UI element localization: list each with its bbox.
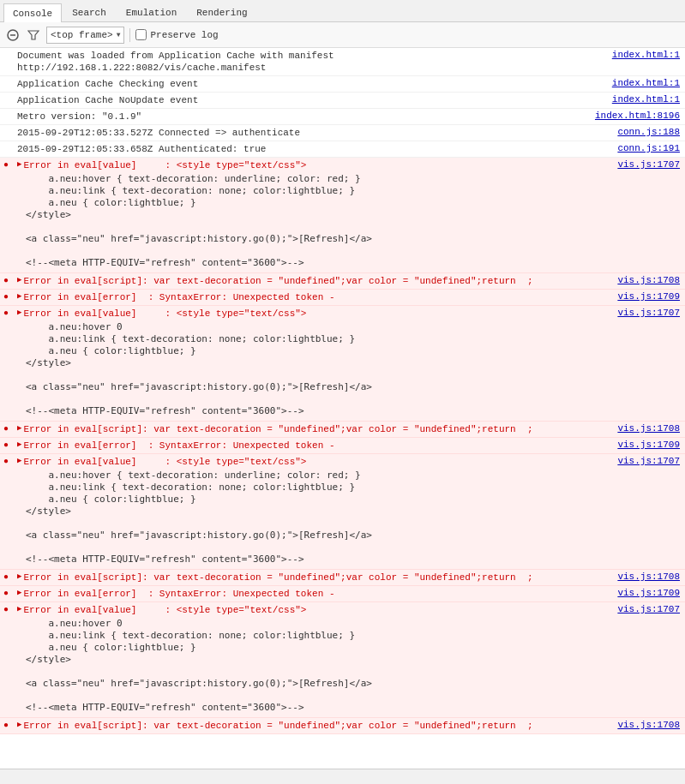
error-block: ●▶Error in eval[error] : SyntaxError: Un… [0,290,685,306]
preserve-log-checkbox[interactable] [135,29,147,40]
error-source[interactable]: vis.js:1708 [617,572,680,582]
error-header: ●▶Error in eval[value] : <style type="te… [0,454,685,470]
expand-arrow[interactable]: ▶ [17,572,21,581]
tab-search[interactable]: Search [63,3,116,21]
error-body: a.neu:hover 0 a.neu:link { text-decorati… [0,321,685,421]
error-text: Error in eval[value] : <style type="text… [23,308,610,320]
error-icon: ● [3,276,9,285]
log-entry: 2015-09-29T12:05:33.527Z Connected => au… [0,125,685,141]
error-text: Error in eval[script]: var text-decorati… [23,572,610,584]
error-icon: ● [3,589,9,598]
log-text: Metro version: "0.1.9" [17,111,588,123]
log-entry: Application Cache Checking eventindex.ht… [0,76,685,93]
error-block: ●▶Error in eval[script]: var text-decora… [0,570,685,586]
error-icon: ● [3,292,9,302]
error-body: a.neu:hover { text-decoration: underline… [0,173,685,272]
error-icon: ● [3,721,9,730]
filter-icon [27,29,39,41]
error-block: ●▶Error in eval[value] : <style type="te… [0,602,685,718]
toolbar: <top frame> ▼ Preserve log [0,22,685,48]
log-source[interactable]: index.html:1 [612,50,680,60]
error-header: ●▶Error in eval[script]: var text-decora… [0,570,685,585]
expand-arrow[interactable]: ▶ [17,588,21,597]
error-icon: ● [3,424,9,434]
error-text: Error in eval[error] : SyntaxError: Unex… [23,588,610,600]
tab-console[interactable]: Console [3,3,62,22]
error-icon: ● [3,457,9,466]
error-text: Error in eval[script]: var text-decorati… [23,423,610,435]
frame-dropdown-arrow: ▼ [117,31,121,39]
log-entry: 2015-09-29T12:05:33.658Z Authenticated: … [0,141,685,158]
error-source[interactable]: vis.js:1707 [617,159,680,170]
error-block: ●▶Error in eval[value] : <style type="te… [0,454,685,570]
error-body: a.neu:hover { text-decoration: underline… [0,470,685,569]
log-entry: Application Cache NoUpdate eventindex.ht… [0,93,685,109]
log-source[interactable]: conn.js:191 [617,143,680,153]
error-source[interactable]: vis.js:1707 [617,456,680,466]
expand-arrow[interactable]: ▶ [17,275,21,284]
expand-arrow[interactable]: ▶ [17,423,21,433]
log-source[interactable]: index.html:1 [612,94,680,105]
error-text: Error in eval[error] : SyntaxError: Unex… [23,440,610,452]
svg-marker-2 [28,31,39,39]
error-source[interactable]: vis.js:1707 [617,604,680,614]
error-header: ●▶Error in eval[value] : <style type="te… [0,602,685,618]
expand-arrow[interactable]: ▶ [17,604,21,613]
log-source[interactable]: conn.js:188 [617,127,680,137]
error-body: a.neu:hover 0 a.neu:link { text-decorati… [0,618,685,717]
error-icon: ● [3,572,9,582]
error-header: ●▶Error in eval[value] : <style type="te… [0,158,685,173]
error-header: ●▶Error in eval[script]: var text-decora… [0,273,685,289]
expand-arrow[interactable]: ▶ [17,440,21,449]
error-source[interactable]: vis.js:1708 [617,720,680,730]
error-text: Error in eval[value] : <style type="text… [23,604,610,616]
expand-arrow[interactable]: ▶ [17,291,21,301]
error-text: Error in eval[error] : SyntaxError: Unex… [23,291,610,303]
error-block: ●▶Error in eval[script]: var text-decora… [0,273,685,290]
error-block: ●▶Error in eval[script]: var text-decora… [0,718,685,734]
filter-button[interactable] [26,27,41,43]
console-area[interactable]: Document was loaded from Application Cac… [0,48,685,769]
error-icon: ● [3,308,9,318]
error-source[interactable]: vis.js:1708 [617,423,680,434]
expand-arrow[interactable]: ▶ [17,720,21,729]
error-source[interactable]: vis.js:1709 [617,588,680,598]
log-text: 2015-09-29T12:05:33.658Z Authenticated: … [17,143,610,155]
error-block: ●▶Error in eval[error] : SyntaxError: Un… [0,438,685,454]
log-source[interactable]: index.html:8196 [595,111,680,121]
error-icon: ● [3,605,9,614]
error-header: ●▶Error in eval[error] : SyntaxError: Un… [0,586,685,601]
error-source[interactable]: vis.js:1708 [617,275,680,285]
error-text: Error in eval[script]: var text-decorati… [23,720,610,732]
error-header: ●▶Error in eval[script]: var text-decora… [0,422,685,437]
error-icon: ● [3,160,9,170]
clear-button[interactable] [5,27,21,43]
error-header: ●▶Error in eval[error] : SyntaxError: Un… [0,438,685,453]
error-icon: ● [3,440,9,450]
error-text: Error in eval[value] : <style type="text… [23,159,610,171]
clear-icon [7,29,19,41]
error-block: ●▶Error in eval[value] : <style type="te… [0,306,685,422]
log-text: Document was loaded from Application Cac… [17,50,605,74]
error-source[interactable]: vis.js:1709 [617,440,680,450]
tab-rendering[interactable]: Rendering [187,3,256,21]
preserve-log-label[interactable]: Preserve log [135,29,218,40]
error-header: ●▶Error in eval[script]: var text-decora… [0,718,685,733]
error-source[interactable]: vis.js:1707 [617,308,680,318]
error-header: ●▶Error in eval[value] : <style type="te… [0,306,685,321]
tab-emulation[interactable]: Emulation [117,3,186,21]
log-source[interactable]: index.html:1 [612,78,680,88]
error-header: ●▶Error in eval[error] : SyntaxError: Un… [0,290,685,305]
expand-arrow[interactable]: ▶ [17,159,21,169]
tab-bar: Console Search Emulation Rendering [0,0,685,22]
log-text: Application Cache NoUpdate event [17,94,605,106]
error-block: ●▶Error in eval[script]: var text-decora… [0,422,685,438]
log-entry: Metro version: "0.1.9"index.html:8196 [0,109,685,125]
error-block: ●▶Error in eval[error] : SyntaxError: Un… [0,586,685,602]
expand-arrow[interactable]: ▶ [17,308,21,317]
expand-arrow[interactable]: ▶ [17,456,21,465]
frame-selector[interactable]: <top frame> ▼ [46,27,124,44]
log-entry: Document was loaded from Application Cac… [0,48,685,76]
error-source[interactable]: vis.js:1709 [617,291,680,302]
error-block: ●▶Error in eval[value] : <style type="te… [0,158,685,273]
